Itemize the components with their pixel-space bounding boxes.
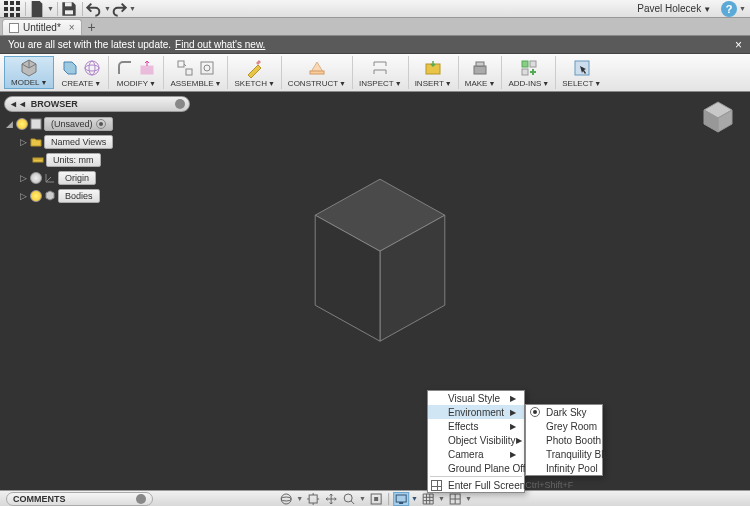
svg-rect-36 xyxy=(399,502,403,504)
save-icon[interactable] xyxy=(61,1,77,17)
comments-label: COMMENTS xyxy=(13,494,66,504)
ribbon-construct[interactable]: CONSTRUCT▼ xyxy=(282,56,353,89)
ribbon-inspect[interactable]: INSPECT▼ xyxy=(353,56,409,89)
apps-grid-icon[interactable] xyxy=(4,1,20,17)
browser-header[interactable]: ◄◄ BROWSER xyxy=(4,96,190,112)
svg-rect-3 xyxy=(4,7,8,11)
svg-rect-10 xyxy=(65,10,73,14)
svg-rect-4 xyxy=(10,7,14,11)
menu-visual-style[interactable]: Visual Style▶ xyxy=(428,391,524,405)
menu-ground-plane-offset[interactable]: Ground Plane Offset xyxy=(428,461,524,475)
menu-effects[interactable]: Effects▶ xyxy=(428,419,524,433)
svg-rect-19 xyxy=(310,71,324,74)
svg-point-12 xyxy=(85,65,99,71)
fillet-icon xyxy=(115,58,135,78)
comments-options-icon[interactable] xyxy=(136,494,146,504)
fit-icon[interactable] xyxy=(368,492,384,506)
svg-rect-27 xyxy=(31,119,41,129)
update-banner: You are all set with the latest update. … xyxy=(0,36,750,54)
tab-untitled[interactable]: Untitled* × xyxy=(2,19,82,35)
ribbon-toolbar: MODEL▼ CREATE▼ MODIFY▼ ASSEMBLE▼ SKETCH▼… xyxy=(0,54,750,92)
menu-object-visibility[interactable]: Object Visibility▶ xyxy=(428,433,524,447)
named-views-label: Named Views xyxy=(51,137,106,147)
env-dark-sky[interactable]: Dark Sky xyxy=(526,405,602,419)
ribbon-make[interactable]: MAKE▼ xyxy=(459,56,503,89)
assemble-icon-2 xyxy=(197,58,217,78)
new-tab-button[interactable]: + xyxy=(84,19,100,35)
visibility-bulb-off-icon[interactable] xyxy=(30,172,42,184)
env-infinity-pool[interactable]: Infinity Pool xyxy=(526,461,602,475)
ribbon-select[interactable]: SELECT▼ xyxy=(556,56,607,89)
press-pull-icon xyxy=(137,58,157,78)
ribbon-assemble[interactable]: ASSEMBLE▼ xyxy=(164,56,228,89)
tree-units[interactable]: Units: mm xyxy=(4,152,190,168)
tab-label: Untitled* xyxy=(23,22,61,33)
viewport-layout-icon[interactable] xyxy=(447,492,463,506)
model-cube xyxy=(300,172,460,352)
help-icon[interactable]: ? xyxy=(721,1,737,17)
svg-rect-9 xyxy=(65,2,72,6)
orbit-icon[interactable] xyxy=(278,492,294,506)
document-icon xyxy=(9,23,19,33)
svg-rect-1 xyxy=(10,1,14,5)
grid-settings-icon[interactable] xyxy=(420,492,436,506)
menu-environment[interactable]: Environment▶ xyxy=(428,405,524,419)
make-icon xyxy=(470,58,490,78)
expander-icon[interactable]: ▷ xyxy=(18,191,28,201)
browser-options-icon[interactable] xyxy=(175,99,185,109)
svg-rect-23 xyxy=(522,61,528,67)
ribbon-create[interactable]: CREATE▼ xyxy=(54,56,109,89)
ribbon-modify[interactable]: MODIFY▼ xyxy=(109,56,164,89)
ribbon-model[interactable]: MODEL▼ xyxy=(4,56,54,89)
tree-named-views[interactable]: ▷ Named Views xyxy=(4,134,190,150)
ribbon-sketch[interactable]: SKETCH▼ xyxy=(228,56,281,89)
svg-rect-7 xyxy=(10,13,14,17)
visibility-bulb-icon[interactable] xyxy=(30,190,42,202)
env-grey-room[interactable]: Grey Room xyxy=(526,419,602,433)
tree-root[interactable]: ◢ (Unsaved) xyxy=(4,116,190,132)
ruler-icon xyxy=(32,154,44,166)
display-settings-icon[interactable] xyxy=(393,492,409,506)
ribbon-insert[interactable]: INSERT▼ xyxy=(409,56,459,89)
svg-rect-24 xyxy=(530,61,536,67)
file-menu-icon[interactable] xyxy=(29,1,45,17)
close-banner-icon[interactable]: × xyxy=(735,38,742,52)
env-photo-booth[interactable]: Photo Booth xyxy=(526,433,602,447)
tree-origin[interactable]: ▷ Origin xyxy=(4,170,190,186)
ribbon-addins[interactable]: ADD-INS▼ xyxy=(502,56,556,89)
browser-title: BROWSER xyxy=(31,99,78,109)
display-settings-menu: Visual Style▶ Environment▶ Effects▶ Obje… xyxy=(427,390,525,493)
box-icon xyxy=(60,58,80,78)
banner-text: You are all set with the latest update. xyxy=(8,39,171,50)
document-tabs: Untitled* × + xyxy=(0,18,750,36)
close-tab-icon[interactable]: × xyxy=(69,22,75,33)
svg-rect-21 xyxy=(474,66,486,74)
pan-icon[interactable] xyxy=(323,492,339,506)
expander-icon[interactable]: ▷ xyxy=(18,173,28,183)
svg-rect-8 xyxy=(16,13,20,17)
nav-tools: ▼ ▼ ▼ ▼ ▼ xyxy=(278,492,472,506)
component-icon xyxy=(30,118,42,130)
menu-full-screen[interactable]: Enter Full ScreenCtrl+Shift+F xyxy=(428,478,524,492)
expander-icon[interactable]: ▷ xyxy=(18,137,28,147)
expander-icon[interactable]: ◢ xyxy=(4,119,14,129)
svg-rect-35 xyxy=(396,495,406,502)
svg-rect-34 xyxy=(374,497,378,501)
units-label: Units: mm xyxy=(53,155,94,165)
look-at-icon[interactable] xyxy=(305,492,321,506)
comments-panel-toggle[interactable]: COMMENTS xyxy=(6,492,153,506)
banner-link[interactable]: Find out what's new. xyxy=(175,39,265,50)
tree-bodies[interactable]: ▷ Bodies xyxy=(4,188,190,204)
undo-icon[interactable] xyxy=(86,1,102,17)
construct-icon xyxy=(307,58,327,78)
redo-icon[interactable] xyxy=(111,1,127,17)
menu-camera[interactable]: Camera▶ xyxy=(428,447,524,461)
svg-rect-17 xyxy=(201,62,213,74)
user-menu[interactable]: Pavel Holecek▼ xyxy=(637,3,711,14)
env-tranquility-blue[interactable]: Tranquility Blue xyxy=(526,447,602,461)
environment-submenu: Dark Sky Grey Room Photo Booth Tranquili… xyxy=(525,404,603,476)
zoom-icon[interactable] xyxy=(341,492,357,506)
active-component-icon[interactable] xyxy=(96,119,106,129)
visibility-bulb-icon[interactable] xyxy=(16,118,28,130)
svg-rect-22 xyxy=(476,62,484,66)
